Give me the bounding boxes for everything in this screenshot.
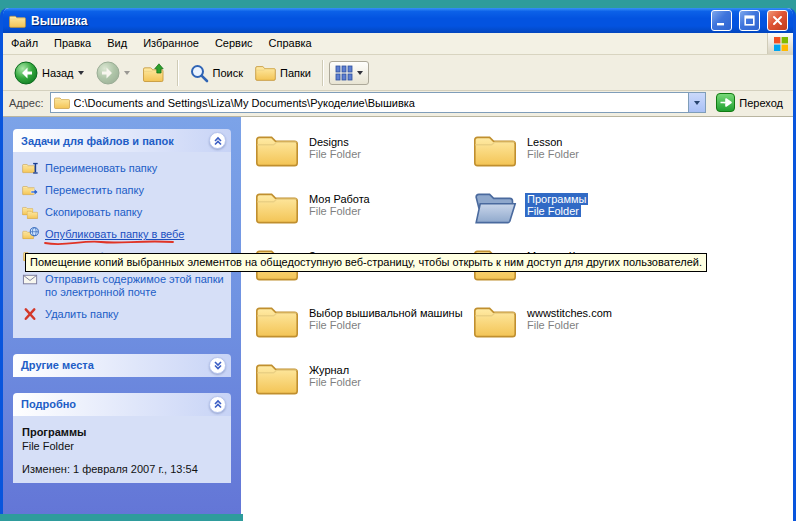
folders-icon (255, 64, 276, 81)
file-list-area: DesignsFile Folder LessonFile Folder Моя… (241, 117, 793, 521)
details-item-modified: Изменен: 1 февраля 2007 г., 13:54 (22, 463, 227, 475)
chevron-down-icon (694, 101, 700, 105)
folders-button[interactable]: Папки (250, 61, 316, 84)
folder-icon (473, 132, 517, 167)
file-name: Моя Работа (307, 193, 372, 205)
file-name: Designs (307, 136, 351, 148)
views-button[interactable] (329, 61, 369, 85)
toolbar-separator (177, 60, 178, 86)
search-button[interactable]: Поиск (184, 60, 248, 86)
file-type: File Folder (307, 205, 363, 217)
file-type: File Folder (525, 205, 581, 217)
file-item[interactable]: Моя РаботаFile Folder (255, 188, 473, 245)
address-bar: Адрес: C:\Documents and Settings\Liza\My… (3, 91, 793, 117)
pane-title: Подробно (21, 398, 76, 410)
file-item[interactable]: ЖурналFile Folder (255, 359, 473, 416)
back-label: Назад (42, 67, 74, 79)
back-button[interactable]: Назад (9, 58, 89, 88)
move-folder-icon (22, 183, 39, 197)
close-button[interactable] (767, 10, 788, 31)
collapse-button[interactable] (209, 396, 226, 413)
file-type: File Folder (525, 148, 581, 160)
address-label: Адрес: (9, 97, 44, 109)
forward-button[interactable] (91, 58, 135, 88)
menu-view[interactable]: Вид (99, 33, 135, 54)
other-places-pane: Другие места (13, 354, 231, 377)
collapse-button[interactable] (209, 132, 226, 149)
file-name: Lesson (525, 136, 564, 148)
back-icon (14, 61, 38, 85)
forward-dropdown-icon (124, 71, 130, 75)
file-item[interactable]: Выбор вышивальной машиныFile Folder (255, 302, 473, 359)
title-bar[interactable]: Вышивка (3, 8, 793, 33)
up-button[interactable] (137, 59, 171, 87)
close-icon (772, 15, 783, 26)
menu-file[interactable]: Файл (3, 33, 46, 54)
file-folder-tasks-header[interactable]: Задачи для файлов и папок (13, 129, 231, 152)
other-places-header[interactable]: Другие места (13, 354, 231, 377)
menu-edit[interactable]: Правка (46, 33, 99, 54)
task-copy-folder[interactable]: Скопировать папку (22, 206, 227, 219)
explorer-window: Вышивка Файл Правка Вид Избранное Сервис… (0, 8, 796, 521)
task-label: Переименовать папку (45, 162, 157, 174)
folder-icon (255, 189, 299, 224)
menu-tools[interactable]: Сервис (207, 33, 261, 54)
back-dropdown-icon (78, 71, 84, 75)
chevron-up-icon (213, 136, 223, 146)
file-type: File Folder (307, 376, 363, 388)
file-folder-tasks-pane: Задачи для файлов и папок Переименовать … (13, 129, 231, 338)
task-publish-folder-web[interactable]: Опубликовать папку в вебе (22, 228, 227, 241)
file-item[interactable]: LessonFile Folder (473, 131, 691, 188)
folder-icon (473, 303, 517, 338)
views-icon (335, 65, 353, 81)
red-underline-annotation (43, 239, 177, 247)
address-folder-icon (54, 96, 70, 109)
chevron-up-icon (213, 399, 223, 409)
pane-title: Другие места (21, 359, 94, 371)
publish-folder-icon (22, 227, 39, 241)
menu-favorites[interactable]: Избранное (135, 33, 207, 54)
task-pane-sidebar: Задачи для файлов и папок Переименовать … (3, 117, 241, 521)
go-icon (716, 93, 735, 112)
task-label: Опубликовать папку в вебе (45, 228, 184, 240)
details-header[interactable]: Подробно (13, 393, 231, 416)
address-path: C:\Documents and Settings\Liza\My Docume… (74, 97, 685, 109)
minimize-icon (716, 15, 727, 26)
copy-folder-icon (22, 205, 39, 219)
file-type: File Folder (525, 319, 581, 331)
task-delete-folder[interactable]: Удалить папку (22, 308, 227, 321)
file-item-selected[interactable]: ПрограммыFile Folder (473, 188, 691, 245)
search-label: Поиск (213, 67, 243, 79)
rename-folder-icon (22, 161, 39, 175)
maximize-button[interactable] (739, 10, 760, 31)
window-folder-icon (9, 14, 26, 28)
address-input[interactable]: C:\Documents and Settings\Liza\My Docume… (50, 92, 707, 113)
task-move-folder[interactable]: Переместить папку (22, 184, 227, 197)
task-rename-folder[interactable]: Переименовать папку (22, 162, 227, 175)
file-folder-tasks-body: Переименовать папку Переместить папку (13, 152, 231, 338)
menu-bar: Файл Правка Вид Избранное Сервис Справка (3, 33, 793, 55)
folder-icon (255, 132, 299, 167)
delete-folder-icon (22, 307, 39, 321)
window-title: Вышивка (31, 14, 704, 28)
file-item[interactable]: DesignsFile Folder (255, 131, 473, 188)
file-item[interactable]: wwwstitches.comFile Folder (473, 302, 691, 359)
file-name: Программы (525, 193, 588, 205)
menu-help[interactable]: Справка (261, 33, 320, 54)
details-item-name: Программы (22, 426, 227, 438)
expand-button[interactable] (209, 357, 226, 374)
file-name: wwwstitches.com (525, 307, 614, 319)
chevron-down-icon (213, 360, 223, 370)
tooltip: Помещение копий выбранных элементов на о… (25, 253, 707, 272)
address-dropdown-button[interactable] (688, 93, 705, 112)
details-body: Программы File Folder Изменен: 1 февраля… (13, 416, 231, 483)
task-email-folder[interactable]: Отправить содержимое этой папки по элект… (22, 273, 227, 299)
search-icon (189, 63, 209, 83)
task-label: Переместить папку (45, 184, 144, 196)
minimize-button[interactable] (711, 10, 732, 31)
go-button[interactable]: Переход (712, 93, 787, 112)
open-folder-selected-icon (473, 189, 517, 224)
go-label: Переход (739, 97, 783, 109)
forward-icon (96, 61, 120, 85)
desktop-background (0, 514, 243, 521)
